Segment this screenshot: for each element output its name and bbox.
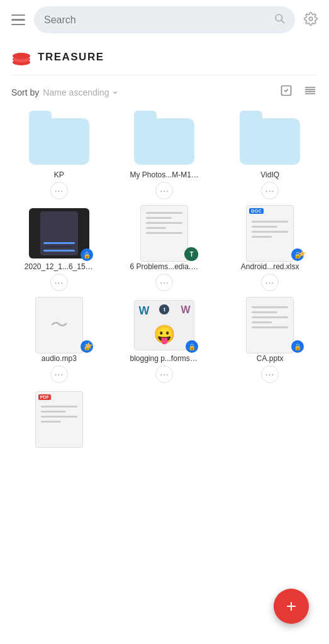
file-audio-thumb: 〜 🔒 ★ bbox=[28, 300, 91, 350]
svg-point-5 bbox=[13, 53, 30, 59]
pdf-type-badge: PDF bbox=[38, 394, 51, 400]
lock-badge: 🔒 bbox=[186, 340, 198, 353]
sort-label: Sort by bbox=[11, 87, 39, 97]
file-video-thumb: 🔒 bbox=[28, 208, 91, 258]
ppt-preview bbox=[246, 297, 294, 353]
sort-bar: Sort by Name ascending bbox=[0, 78, 329, 108]
lock-badge: 🔒 bbox=[291, 340, 304, 353]
folder-shape bbox=[134, 118, 194, 165]
doc-preview bbox=[140, 205, 188, 262]
pdf-preview: PDF bbox=[35, 391, 83, 448]
settings-button[interactable] bbox=[301, 9, 320, 30]
wordpress-icon: W bbox=[138, 304, 149, 318]
folder-kp-more[interactable]: ··· bbox=[50, 182, 68, 199]
folder-kp[interactable]: KP ··· bbox=[6, 110, 112, 202]
hamburger-menu-button[interactable] bbox=[9, 12, 28, 28]
folder-vidiq-thumb bbox=[238, 116, 301, 167]
file-image-thumb: W W t 😛 🔒 bbox=[133, 300, 196, 350]
audio-wave-icon: 〜 bbox=[50, 313, 68, 337]
folder-shape bbox=[240, 118, 300, 165]
lock-badge: 🔒 bbox=[81, 248, 93, 261]
sort-value-text: Name ascending bbox=[43, 87, 109, 97]
tumblr-icon: t bbox=[159, 304, 169, 314]
file-pdf-thumb: PDF bbox=[28, 394, 91, 445]
file-xlsx-more[interactable]: ··· bbox=[261, 274, 279, 291]
folder-vidiq[interactable]: VidIQ ··· bbox=[217, 110, 323, 202]
brand-row: TREASURE bbox=[0, 40, 329, 72]
file-xlsx-thumb: DOC 🔒 ★ bbox=[238, 208, 301, 258]
folder-vidiq-name: VidIQ bbox=[260, 170, 279, 179]
folder-kp-name: KP bbox=[54, 170, 64, 179]
divider bbox=[11, 75, 318, 75]
file-image-name: blogging p...forms.png bbox=[130, 354, 199, 363]
folder-my-photos-thumb bbox=[133, 116, 196, 167]
file-docx[interactable]: 🔒 T 6 Problems...edia.docx ··· bbox=[112, 202, 218, 294]
audio-preview: 〜 bbox=[35, 297, 83, 353]
star-badge: ★ bbox=[298, 248, 306, 260]
brand-name: TREASURE bbox=[38, 51, 104, 64]
star-badge: ★ bbox=[84, 340, 93, 352]
file-audio-more[interactable]: ··· bbox=[50, 365, 68, 383]
view-toggle bbox=[279, 83, 318, 101]
file-pptx[interactable]: 🔒 CA.pptx ··· bbox=[217, 294, 323, 386]
file-audio-name: audio.mp3 bbox=[42, 354, 77, 363]
search-input[interactable] bbox=[44, 14, 269, 26]
folder-my-photos-name: My Photos...M-M107F) bbox=[130, 170, 199, 179]
woo-icon: W bbox=[181, 304, 190, 316]
file-grid: KP ··· My Photos...M-M107F) ··· VidIQ ··… bbox=[0, 108, 329, 450]
doc-type-badge: DOC bbox=[249, 208, 264, 214]
file-pptx-thumb: 🔒 bbox=[238, 300, 301, 350]
file-video[interactable]: 🔒 2020_12_1...6_15.mp4 ··· bbox=[6, 202, 112, 294]
file-image-more[interactable]: ··· bbox=[155, 365, 173, 383]
brand-icon bbox=[11, 47, 31, 67]
file-xlsx[interactable]: DOC 🔒 ★ Android...red.xlsx ··· bbox=[217, 202, 323, 294]
file-pptx-more[interactable]: ··· bbox=[261, 365, 279, 383]
emoji: 😛 bbox=[153, 324, 176, 345]
file-docx-more[interactable]: ··· bbox=[155, 274, 173, 291]
doc-preview: DOC bbox=[246, 205, 294, 262]
add-fab-button[interactable]: + bbox=[274, 589, 309, 624]
file-xlsx-name: Android...red.xlsx bbox=[241, 262, 299, 271]
file-image[interactable]: W W t 😛 🔒 blogging p...forms.png ··· bbox=[112, 294, 218, 386]
folder-my-photos[interactable]: My Photos...M-M107F) ··· bbox=[112, 110, 218, 202]
search-bar[interactable] bbox=[34, 6, 295, 33]
video-preview bbox=[29, 208, 89, 258]
file-docx-thumb: 🔒 T bbox=[133, 208, 196, 258]
file-video-more[interactable]: ··· bbox=[50, 274, 68, 291]
search-icon bbox=[274, 13, 285, 27]
check-view-button[interactable] bbox=[279, 83, 294, 101]
folder-kp-thumb bbox=[28, 116, 91, 167]
file-video-name: 2020_12_1...6_15.mp4 bbox=[25, 262, 94, 271]
file-audio[interactable]: 〜 🔒 ★ audio.mp3 ··· bbox=[6, 294, 112, 386]
folder-shape bbox=[29, 118, 89, 165]
header bbox=[0, 0, 329, 40]
chevron-down-icon bbox=[111, 89, 119, 96]
svg-line-1 bbox=[281, 20, 284, 23]
add-icon: + bbox=[286, 596, 296, 616]
sort-dropdown[interactable]: Name ascending bbox=[43, 87, 119, 97]
folder-vidiq-more[interactable]: ··· bbox=[261, 182, 279, 199]
file-pdf[interactable]: PDF bbox=[6, 388, 112, 447]
list-view-button[interactable] bbox=[303, 83, 318, 101]
file-docx-name: 6 Problems...edia.docx bbox=[130, 262, 199, 271]
file-pptx-name: CA.pptx bbox=[257, 354, 284, 363]
image-preview: W W t 😛 bbox=[134, 300, 194, 350]
svg-point-2 bbox=[309, 17, 313, 21]
folder-my-photos-more[interactable]: ··· bbox=[155, 182, 173, 199]
